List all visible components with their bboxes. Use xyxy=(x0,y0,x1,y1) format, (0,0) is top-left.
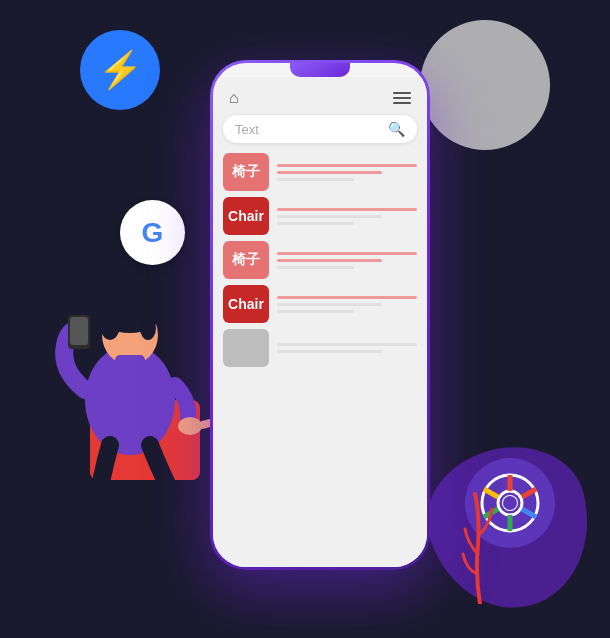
home-icon: ⌂ xyxy=(229,89,239,107)
menu-line-3 xyxy=(393,102,411,104)
plant-svg xyxy=(460,474,500,604)
line xyxy=(277,350,382,353)
item-lines-4 xyxy=(277,296,417,313)
phone-outer: ⌂ Text 🔍 椅子 xyxy=(210,60,430,570)
svg-point-13 xyxy=(178,417,202,435)
line xyxy=(277,164,417,167)
person-illustration xyxy=(30,160,230,540)
svg-point-9 xyxy=(140,316,156,340)
lightning-circle: ⚡ xyxy=(80,30,160,110)
lightning-icon: ⚡ xyxy=(98,49,143,91)
menu-line-2 xyxy=(393,97,411,99)
search-bar[interactable]: Text 🔍 xyxy=(223,115,417,143)
person-svg xyxy=(30,160,230,540)
line xyxy=(277,222,354,225)
line xyxy=(277,208,417,211)
item-badge-3: 椅子 xyxy=(223,241,269,279)
item-badge-2: Chair xyxy=(223,197,269,235)
line xyxy=(277,178,354,181)
menu-line-1 xyxy=(393,92,411,94)
line xyxy=(277,252,417,255)
line xyxy=(277,296,417,299)
list-item[interactable]: 椅子 xyxy=(223,153,417,191)
phone-notch xyxy=(290,63,350,77)
item-lines-5 xyxy=(277,343,417,353)
svg-point-16 xyxy=(152,483,184,501)
list-item[interactable]: Chair xyxy=(223,197,417,235)
search-placeholder: Text xyxy=(235,122,259,137)
hamburger-menu[interactable] xyxy=(393,92,411,104)
line xyxy=(277,310,354,313)
svg-point-15 xyxy=(74,512,110,532)
line xyxy=(277,215,382,218)
item-badge-5 xyxy=(223,329,269,367)
list-item[interactable]: 椅子 xyxy=(223,241,417,279)
line xyxy=(277,171,382,174)
list-item[interactable] xyxy=(223,329,417,367)
phone-screen: ⌂ Text 🔍 椅子 xyxy=(213,77,427,567)
item-badge-1: 椅子 xyxy=(223,153,269,191)
item-lines-1 xyxy=(277,164,417,181)
phone-mockup: ⌂ Text 🔍 椅子 xyxy=(210,60,430,580)
item-badge-4: Chair xyxy=(223,285,269,323)
line xyxy=(277,343,417,346)
svg-point-3 xyxy=(503,496,517,510)
list-item[interactable]: Chair xyxy=(223,285,417,323)
phone-inner: ⌂ Text 🔍 椅子 xyxy=(213,63,427,567)
line xyxy=(277,303,382,306)
line xyxy=(277,259,382,262)
search-icon: 🔍 xyxy=(388,121,405,137)
list-container: 椅子 Chair xyxy=(223,153,417,559)
svg-point-8 xyxy=(100,310,120,340)
svg-rect-12 xyxy=(70,317,88,345)
plant-decoration xyxy=(460,474,500,608)
line xyxy=(277,266,354,269)
moon-decoration xyxy=(420,20,550,150)
phone-topbar: ⌂ xyxy=(223,85,417,115)
item-lines-2 xyxy=(277,208,417,225)
item-lines-3 xyxy=(277,252,417,269)
svg-rect-10 xyxy=(115,355,145,370)
